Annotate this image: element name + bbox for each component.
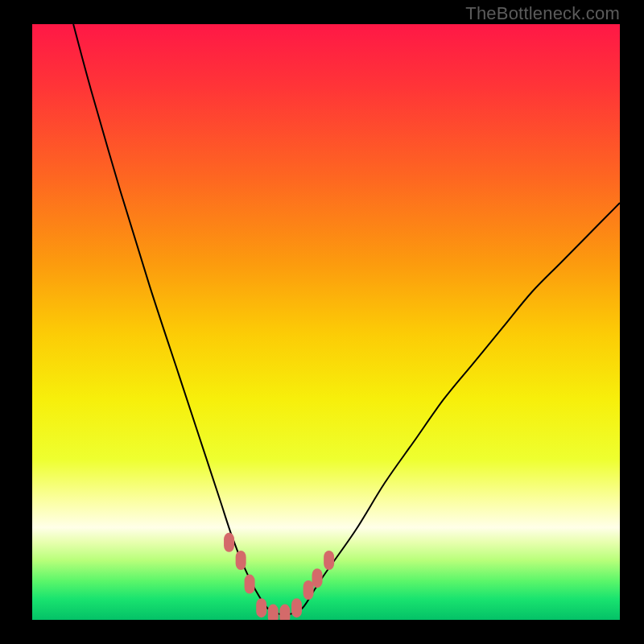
range-marker bbox=[224, 533, 234, 552]
watermark-text: TheBottleneck.com bbox=[465, 3, 620, 24]
range-marker bbox=[268, 605, 279, 620]
range-marker bbox=[291, 598, 302, 617]
range-marker bbox=[303, 580, 314, 600]
range-marker bbox=[236, 551, 246, 570]
range-marker bbox=[245, 575, 255, 594]
bottleneck-curve bbox=[73, 24, 620, 615]
selected-range-markers bbox=[224, 533, 334, 620]
chart-frame: TheBottleneck.com bbox=[0, 0, 644, 644]
range-marker bbox=[324, 551, 334, 570]
curve-layer bbox=[32, 24, 620, 620]
range-marker bbox=[312, 568, 323, 588]
range-marker bbox=[279, 605, 290, 620]
plot-area bbox=[32, 24, 620, 620]
range-marker bbox=[256, 598, 266, 617]
